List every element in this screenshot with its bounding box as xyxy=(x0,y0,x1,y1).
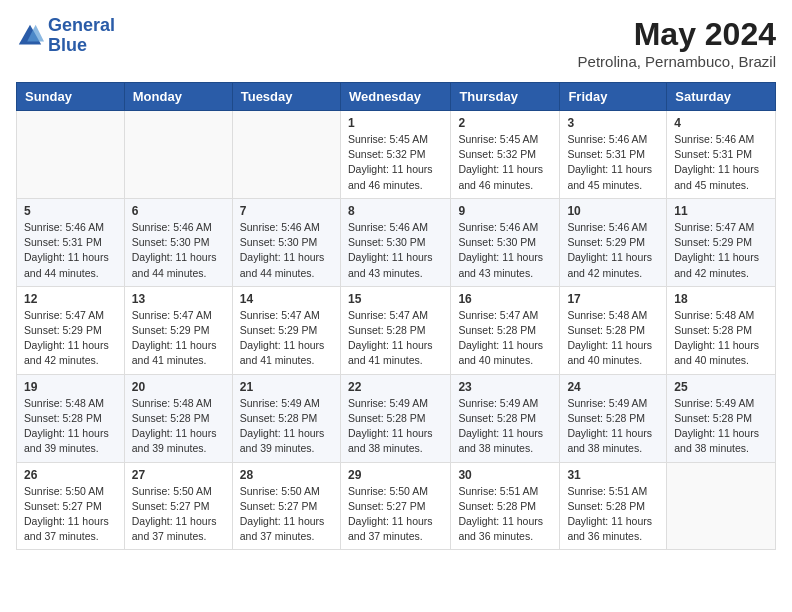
day-info: Sunrise: 5:46 AM Sunset: 5:31 PM Dayligh… xyxy=(674,132,768,193)
day-number: 24 xyxy=(567,380,659,394)
calendar-cell: 3Sunrise: 5:46 AM Sunset: 5:31 PM Daylig… xyxy=(560,111,667,199)
calendar-cell: 27Sunrise: 5:50 AM Sunset: 5:27 PM Dayli… xyxy=(124,462,232,550)
day-info: Sunrise: 5:45 AM Sunset: 5:32 PM Dayligh… xyxy=(348,132,443,193)
day-number: 10 xyxy=(567,204,659,218)
page-header: General Blue May 2024 Petrolina, Pernamb… xyxy=(16,16,776,70)
calendar-cell: 26Sunrise: 5:50 AM Sunset: 5:27 PM Dayli… xyxy=(17,462,125,550)
day-info: Sunrise: 5:49 AM Sunset: 5:28 PM Dayligh… xyxy=(674,396,768,457)
day-number: 5 xyxy=(24,204,117,218)
calendar-cell: 2Sunrise: 5:45 AM Sunset: 5:32 PM Daylig… xyxy=(451,111,560,199)
day-info: Sunrise: 5:50 AM Sunset: 5:27 PM Dayligh… xyxy=(24,484,117,545)
day-info: Sunrise: 5:47 AM Sunset: 5:29 PM Dayligh… xyxy=(240,308,333,369)
weekday-header-wednesday: Wednesday xyxy=(340,83,450,111)
day-number: 4 xyxy=(674,116,768,130)
day-info: Sunrise: 5:48 AM Sunset: 5:28 PM Dayligh… xyxy=(567,308,659,369)
day-info: Sunrise: 5:46 AM Sunset: 5:30 PM Dayligh… xyxy=(240,220,333,281)
day-number: 6 xyxy=(132,204,225,218)
day-info: Sunrise: 5:46 AM Sunset: 5:31 PM Dayligh… xyxy=(567,132,659,193)
day-info: Sunrise: 5:48 AM Sunset: 5:28 PM Dayligh… xyxy=(674,308,768,369)
day-info: Sunrise: 5:47 AM Sunset: 5:28 PM Dayligh… xyxy=(458,308,552,369)
day-number: 9 xyxy=(458,204,552,218)
calendar-cell: 4Sunrise: 5:46 AM Sunset: 5:31 PM Daylig… xyxy=(667,111,776,199)
day-info: Sunrise: 5:48 AM Sunset: 5:28 PM Dayligh… xyxy=(24,396,117,457)
calendar-cell: 24Sunrise: 5:49 AM Sunset: 5:28 PM Dayli… xyxy=(560,374,667,462)
calendar-cell: 10Sunrise: 5:46 AM Sunset: 5:29 PM Dayli… xyxy=(560,198,667,286)
calendar-cell: 17Sunrise: 5:48 AM Sunset: 5:28 PM Dayli… xyxy=(560,286,667,374)
calendar-week-5: 26Sunrise: 5:50 AM Sunset: 5:27 PM Dayli… xyxy=(17,462,776,550)
day-number: 15 xyxy=(348,292,443,306)
day-number: 2 xyxy=(458,116,552,130)
day-number: 8 xyxy=(348,204,443,218)
calendar-cell: 1Sunrise: 5:45 AM Sunset: 5:32 PM Daylig… xyxy=(340,111,450,199)
day-number: 1 xyxy=(348,116,443,130)
day-number: 18 xyxy=(674,292,768,306)
logo-icon xyxy=(16,22,44,50)
calendar-cell: 21Sunrise: 5:49 AM Sunset: 5:28 PM Dayli… xyxy=(232,374,340,462)
calendar-cell: 11Sunrise: 5:47 AM Sunset: 5:29 PM Dayli… xyxy=(667,198,776,286)
calendar-cell: 29Sunrise: 5:50 AM Sunset: 5:27 PM Dayli… xyxy=(340,462,450,550)
calendar-cell: 20Sunrise: 5:48 AM Sunset: 5:28 PM Dayli… xyxy=(124,374,232,462)
day-info: Sunrise: 5:46 AM Sunset: 5:31 PM Dayligh… xyxy=(24,220,117,281)
calendar-cell xyxy=(124,111,232,199)
day-info: Sunrise: 5:46 AM Sunset: 5:29 PM Dayligh… xyxy=(567,220,659,281)
day-info: Sunrise: 5:51 AM Sunset: 5:28 PM Dayligh… xyxy=(567,484,659,545)
calendar-cell: 14Sunrise: 5:47 AM Sunset: 5:29 PM Dayli… xyxy=(232,286,340,374)
logo-line1: General xyxy=(48,16,115,36)
calendar-cell: 25Sunrise: 5:49 AM Sunset: 5:28 PM Dayli… xyxy=(667,374,776,462)
day-info: Sunrise: 5:47 AM Sunset: 5:28 PM Dayligh… xyxy=(348,308,443,369)
day-number: 19 xyxy=(24,380,117,394)
day-number: 11 xyxy=(674,204,768,218)
calendar-cell: 31Sunrise: 5:51 AM Sunset: 5:28 PM Dayli… xyxy=(560,462,667,550)
calendar-week-2: 5Sunrise: 5:46 AM Sunset: 5:31 PM Daylig… xyxy=(17,198,776,286)
calendar-cell xyxy=(17,111,125,199)
weekday-header-monday: Monday xyxy=(124,83,232,111)
day-number: 22 xyxy=(348,380,443,394)
weekday-header-friday: Friday xyxy=(560,83,667,111)
day-number: 26 xyxy=(24,468,117,482)
calendar-table: SundayMondayTuesdayWednesdayThursdayFrid… xyxy=(16,82,776,550)
day-number: 17 xyxy=(567,292,659,306)
logo: General Blue xyxy=(16,16,115,56)
day-number: 20 xyxy=(132,380,225,394)
calendar-cell: 18Sunrise: 5:48 AM Sunset: 5:28 PM Dayli… xyxy=(667,286,776,374)
calendar-cell: 13Sunrise: 5:47 AM Sunset: 5:29 PM Dayli… xyxy=(124,286,232,374)
calendar-week-4: 19Sunrise: 5:48 AM Sunset: 5:28 PM Dayli… xyxy=(17,374,776,462)
day-info: Sunrise: 5:47 AM Sunset: 5:29 PM Dayligh… xyxy=(132,308,225,369)
day-info: Sunrise: 5:51 AM Sunset: 5:28 PM Dayligh… xyxy=(458,484,552,545)
day-number: 31 xyxy=(567,468,659,482)
day-info: Sunrise: 5:48 AM Sunset: 5:28 PM Dayligh… xyxy=(132,396,225,457)
day-number: 25 xyxy=(674,380,768,394)
logo-text: General Blue xyxy=(48,16,115,56)
day-info: Sunrise: 5:46 AM Sunset: 5:30 PM Dayligh… xyxy=(132,220,225,281)
day-number: 7 xyxy=(240,204,333,218)
day-number: 28 xyxy=(240,468,333,482)
calendar-cell: 5Sunrise: 5:46 AM Sunset: 5:31 PM Daylig… xyxy=(17,198,125,286)
weekday-header-saturday: Saturday xyxy=(667,83,776,111)
title-block: May 2024 Petrolina, Pernambuco, Brazil xyxy=(578,16,776,70)
day-info: Sunrise: 5:49 AM Sunset: 5:28 PM Dayligh… xyxy=(567,396,659,457)
calendar-cell: 16Sunrise: 5:47 AM Sunset: 5:28 PM Dayli… xyxy=(451,286,560,374)
calendar-cell: 9Sunrise: 5:46 AM Sunset: 5:30 PM Daylig… xyxy=(451,198,560,286)
day-info: Sunrise: 5:46 AM Sunset: 5:30 PM Dayligh… xyxy=(348,220,443,281)
day-info: Sunrise: 5:47 AM Sunset: 5:29 PM Dayligh… xyxy=(674,220,768,281)
calendar-cell: 22Sunrise: 5:49 AM Sunset: 5:28 PM Dayli… xyxy=(340,374,450,462)
weekday-header-sunday: Sunday xyxy=(17,83,125,111)
day-info: Sunrise: 5:47 AM Sunset: 5:29 PM Dayligh… xyxy=(24,308,117,369)
calendar-cell: 23Sunrise: 5:49 AM Sunset: 5:28 PM Dayli… xyxy=(451,374,560,462)
day-info: Sunrise: 5:45 AM Sunset: 5:32 PM Dayligh… xyxy=(458,132,552,193)
month-title: May 2024 xyxy=(578,16,776,53)
calendar-cell xyxy=(232,111,340,199)
day-info: Sunrise: 5:50 AM Sunset: 5:27 PM Dayligh… xyxy=(240,484,333,545)
day-info: Sunrise: 5:49 AM Sunset: 5:28 PM Dayligh… xyxy=(240,396,333,457)
day-info: Sunrise: 5:46 AM Sunset: 5:30 PM Dayligh… xyxy=(458,220,552,281)
location: Petrolina, Pernambuco, Brazil xyxy=(578,53,776,70)
weekday-header-tuesday: Tuesday xyxy=(232,83,340,111)
day-number: 16 xyxy=(458,292,552,306)
day-number: 23 xyxy=(458,380,552,394)
weekday-header-row: SundayMondayTuesdayWednesdayThursdayFrid… xyxy=(17,83,776,111)
calendar-week-1: 1Sunrise: 5:45 AM Sunset: 5:32 PM Daylig… xyxy=(17,111,776,199)
calendar-week-3: 12Sunrise: 5:47 AM Sunset: 5:29 PM Dayli… xyxy=(17,286,776,374)
day-number: 13 xyxy=(132,292,225,306)
day-number: 21 xyxy=(240,380,333,394)
day-info: Sunrise: 5:49 AM Sunset: 5:28 PM Dayligh… xyxy=(458,396,552,457)
